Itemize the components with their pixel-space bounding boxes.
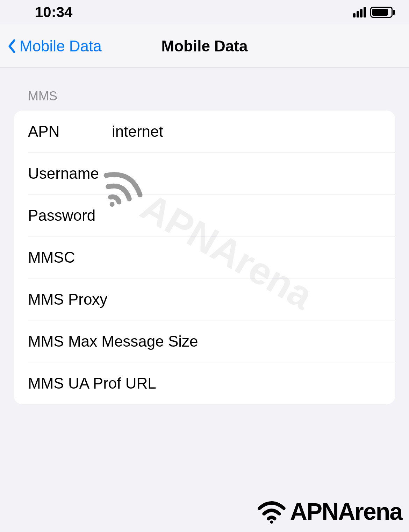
cellular-signal-icon [353,7,366,17]
settings-label: Password [28,207,112,224]
wifi-icon [256,499,287,524]
settings-label: MMS Proxy [28,291,112,308]
status-indicators [353,7,395,18]
settings-label: MMS Max Message Size [28,333,198,350]
back-label: Mobile Data [20,37,102,55]
settings-row-username[interactable]: Username [14,152,395,194]
settings-row-password[interactable]: Password [14,194,395,236]
navigation-bar: Mobile Data Mobile Data [0,24,409,68]
settings-row-mms-max-size[interactable]: MMS Max Message Size [14,320,395,362]
page-title: Mobile Data [162,37,248,55]
settings-label: MMS UA Prof URL [28,375,156,392]
footer-text: APNArena [290,498,402,525]
footer-logo: APNArena [256,498,402,525]
section-header-mms: MMS [14,89,395,111]
status-time: 10:34 [35,4,72,21]
settings-label: MMSC [28,249,112,266]
settings-row-apn[interactable]: APN internet [14,111,395,152]
battery-icon [370,7,395,18]
settings-row-mms-proxy[interactable]: MMS Proxy [14,278,395,320]
status-bar: 10:34 [0,0,409,24]
settings-row-mms-ua-prof[interactable]: MMS UA Prof URL [14,362,395,404]
settings-label: APN [28,123,112,140]
content: MMS APN internet Username Password MMSC … [0,68,409,404]
settings-value: internet [112,123,381,140]
back-button[interactable]: Mobile Data [7,37,102,55]
settings-row-mmsc[interactable]: MMSC [14,236,395,278]
settings-label: Username [28,165,112,182]
svg-point-1 [270,520,273,524]
chevron-back-icon [7,38,17,55]
settings-group-mms: APN internet Username Password MMSC MMS … [14,111,395,404]
